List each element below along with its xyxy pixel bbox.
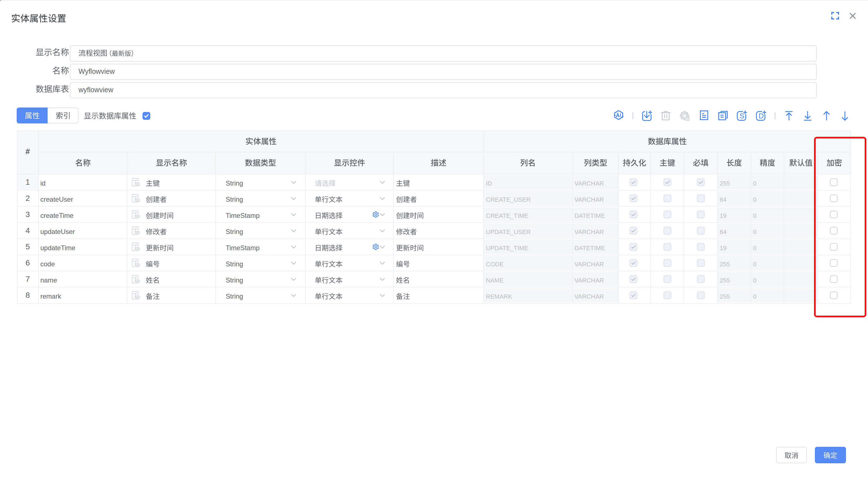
svg-text:D: D: [758, 112, 764, 120]
svg-text:S: S: [740, 112, 744, 120]
